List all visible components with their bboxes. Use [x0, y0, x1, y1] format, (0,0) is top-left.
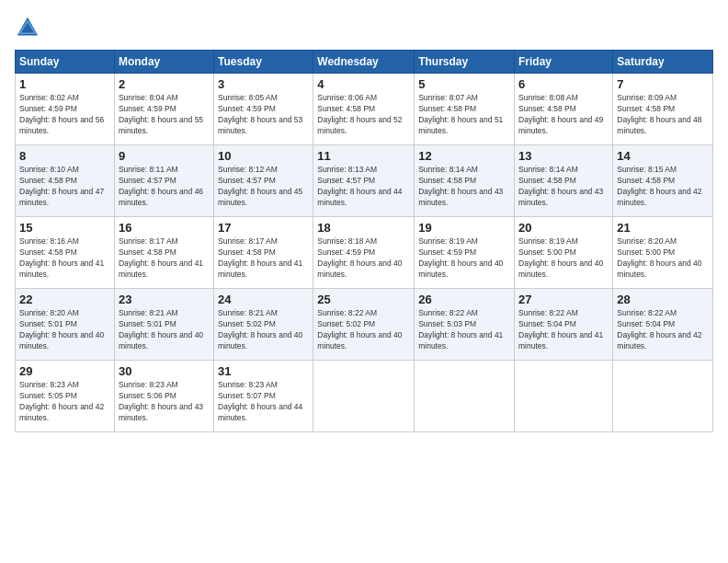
day-number: 22: [19, 293, 110, 306]
day-info: Sunrise: 8:16 AM Sunset: 4:58 PM Dayligh…: [19, 236, 110, 281]
calendar-cell: 30 Sunrise: 8:23 AM Sunset: 5:06 PM Dayl…: [114, 361, 213, 432]
calendar-cell: 25 Sunrise: 8:22 AM Sunset: 5:02 PM Dayl…: [313, 289, 415, 361]
calendar-cell: 17 Sunrise: 8:17 AM Sunset: 4:58 PM Dayl…: [214, 217, 313, 289]
day-info: Sunrise: 8:13 AM Sunset: 4:57 PM Dayligh…: [317, 165, 410, 209]
calendar-cell: 10 Sunrise: 8:12 AM Sunset: 4:57 PM Dayl…: [214, 145, 313, 217]
day-info: Sunrise: 8:08 AM Sunset: 4:58 PM Dayligh…: [518, 93, 609, 137]
calendar-week-5: 29 Sunrise: 8:23 AM Sunset: 5:05 PM Dayl…: [16, 361, 713, 432]
weekday-header-saturday: Saturday: [613, 51, 713, 74]
calendar-cell: 7 Sunrise: 8:09 AM Sunset: 4:58 PM Dayli…: [613, 74, 713, 145]
day-number: 28: [617, 293, 709, 306]
day-info: Sunrise: 8:23 AM Sunset: 5:07 PM Dayligh…: [218, 380, 309, 424]
calendar-cell: 16 Sunrise: 8:17 AM Sunset: 4:58 PM Dayl…: [114, 217, 213, 289]
calendar-cell: 5 Sunrise: 8:07 AM Sunset: 4:58 PM Dayli…: [415, 74, 515, 145]
day-number: 12: [418, 149, 510, 163]
calendar-cell: 27 Sunrise: 8:22 AM Sunset: 5:04 PM Dayl…: [515, 289, 613, 361]
day-number: 29: [19, 364, 110, 378]
calendar-cell: 21 Sunrise: 8:20 AM Sunset: 5:00 PM Dayl…: [613, 217, 713, 289]
day-info: Sunrise: 8:17 AM Sunset: 4:58 PM Dayligh…: [218, 236, 309, 281]
day-info: Sunrise: 8:15 AM Sunset: 4:58 PM Dayligh…: [617, 165, 709, 209]
calendar-cell: 3 Sunrise: 8:05 AM Sunset: 4:59 PM Dayli…: [214, 74, 313, 145]
day-info: Sunrise: 8:22 AM Sunset: 5:04 PM Dayligh…: [617, 308, 709, 352]
calendar-table: SundayMondayTuesdayWednesdayThursdayFrid…: [15, 50, 713, 432]
day-info: Sunrise: 8:23 AM Sunset: 5:06 PM Dayligh…: [119, 380, 210, 424]
calendar-week-4: 22 Sunrise: 8:20 AM Sunset: 5:01 PM Dayl…: [16, 289, 713, 361]
calendar-cell: 15 Sunrise: 8:16 AM Sunset: 4:58 PM Dayl…: [16, 217, 115, 289]
day-info: Sunrise: 8:19 AM Sunset: 5:00 PM Dayligh…: [518, 236, 609, 281]
day-number: 21: [617, 221, 709, 235]
day-number: 8: [19, 149, 110, 163]
day-info: Sunrise: 8:21 AM Sunset: 5:02 PM Dayligh…: [218, 308, 309, 352]
logo-icon: [15, 15, 40, 40]
day-number: 14: [617, 149, 709, 163]
calendar-cell: [613, 361, 713, 432]
calendar-cell: 11 Sunrise: 8:13 AM Sunset: 4:57 PM Dayl…: [313, 145, 415, 217]
header: [15, 15, 713, 40]
calendar-cell: 6 Sunrise: 8:08 AM Sunset: 4:58 PM Dayli…: [515, 74, 613, 145]
day-info: Sunrise: 8:19 AM Sunset: 4:59 PM Dayligh…: [418, 236, 510, 281]
calendar-cell: 4 Sunrise: 8:06 AM Sunset: 4:58 PM Dayli…: [313, 74, 415, 145]
day-number: 26: [418, 293, 510, 306]
day-number: 1: [19, 77, 110, 91]
day-number: 20: [518, 221, 609, 235]
calendar-cell: 28 Sunrise: 8:22 AM Sunset: 5:04 PM Dayl…: [613, 289, 713, 361]
day-info: Sunrise: 8:23 AM Sunset: 5:05 PM Dayligh…: [19, 380, 110, 424]
calendar-cell: 26 Sunrise: 8:22 AM Sunset: 5:03 PM Dayl…: [415, 289, 515, 361]
calendar-cell: 13 Sunrise: 8:14 AM Sunset: 4:58 PM Dayl…: [515, 145, 613, 217]
day-info: Sunrise: 8:11 AM Sunset: 4:57 PM Dayligh…: [119, 165, 210, 209]
day-info: Sunrise: 8:06 AM Sunset: 4:58 PM Dayligh…: [317, 93, 410, 137]
calendar-cell: 23 Sunrise: 8:21 AM Sunset: 5:01 PM Dayl…: [114, 289, 213, 361]
day-number: 23: [119, 293, 210, 306]
weekday-header-wednesday: Wednesday: [313, 51, 415, 74]
day-info: Sunrise: 8:22 AM Sunset: 5:04 PM Dayligh…: [518, 308, 609, 352]
day-number: 17: [218, 221, 309, 235]
day-number: 6: [518, 77, 609, 91]
day-info: Sunrise: 8:14 AM Sunset: 4:58 PM Dayligh…: [518, 165, 609, 209]
calendar-cell: [415, 361, 515, 432]
calendar-cell: 24 Sunrise: 8:21 AM Sunset: 5:02 PM Dayl…: [214, 289, 313, 361]
day-number: 3: [218, 77, 309, 91]
day-number: 30: [119, 364, 210, 378]
day-number: 7: [617, 77, 709, 91]
calendar-week-2: 8 Sunrise: 8:10 AM Sunset: 4:58 PM Dayli…: [16, 145, 713, 217]
calendar-cell: [515, 361, 613, 432]
calendar-week-3: 15 Sunrise: 8:16 AM Sunset: 4:58 PM Dayl…: [16, 217, 713, 289]
weekday-header-tuesday: Tuesday: [214, 51, 313, 74]
day-number: 19: [418, 221, 510, 235]
calendar-cell: [313, 361, 415, 432]
day-info: Sunrise: 8:22 AM Sunset: 5:02 PM Dayligh…: [317, 308, 410, 352]
day-number: 11: [317, 149, 410, 163]
day-info: Sunrise: 8:20 AM Sunset: 5:00 PM Dayligh…: [617, 236, 709, 281]
calendar-cell: 20 Sunrise: 8:19 AM Sunset: 5:00 PM Dayl…: [515, 217, 613, 289]
day-number: 4: [317, 77, 410, 91]
day-number: 10: [218, 149, 309, 163]
day-number: 13: [518, 149, 609, 163]
day-info: Sunrise: 8:04 AM Sunset: 4:59 PM Dayligh…: [119, 93, 210, 137]
day-info: Sunrise: 8:07 AM Sunset: 4:58 PM Dayligh…: [418, 93, 510, 137]
day-info: Sunrise: 8:02 AM Sunset: 4:59 PM Dayligh…: [19, 93, 110, 137]
weekday-header-sunday: Sunday: [16, 51, 115, 74]
day-info: Sunrise: 8:17 AM Sunset: 4:58 PM Dayligh…: [119, 236, 210, 281]
calendar-header-row: SundayMondayTuesdayWednesdayThursdayFrid…: [16, 51, 713, 74]
calendar-cell: 18 Sunrise: 8:18 AM Sunset: 4:59 PM Dayl…: [313, 217, 415, 289]
day-info: Sunrise: 8:20 AM Sunset: 5:01 PM Dayligh…: [19, 308, 110, 352]
day-info: Sunrise: 8:18 AM Sunset: 4:59 PM Dayligh…: [317, 236, 410, 281]
weekday-header-friday: Friday: [515, 51, 613, 74]
calendar-cell: 22 Sunrise: 8:20 AM Sunset: 5:01 PM Dayl…: [16, 289, 115, 361]
day-number: 18: [317, 221, 410, 235]
calendar-week-1: 1 Sunrise: 8:02 AM Sunset: 4:59 PM Dayli…: [16, 74, 713, 145]
day-info: Sunrise: 8:12 AM Sunset: 4:57 PM Dayligh…: [218, 165, 309, 209]
day-number: 2: [119, 77, 210, 91]
day-info: Sunrise: 8:05 AM Sunset: 4:59 PM Dayligh…: [218, 93, 309, 137]
day-info: Sunrise: 8:14 AM Sunset: 4:58 PM Dayligh…: [418, 165, 510, 209]
day-number: 31: [218, 364, 309, 378]
weekday-header-thursday: Thursday: [415, 51, 515, 74]
day-info: Sunrise: 8:22 AM Sunset: 5:03 PM Dayligh…: [418, 308, 510, 352]
day-info: Sunrise: 8:09 AM Sunset: 4:58 PM Dayligh…: [617, 93, 709, 137]
weekday-header-monday: Monday: [114, 51, 213, 74]
day-number: 9: [119, 149, 210, 163]
day-number: 24: [218, 293, 309, 306]
logo: [15, 15, 44, 40]
page: SundayMondayTuesdayWednesdayThursdayFrid…: [0, 0, 728, 563]
day-info: Sunrise: 8:21 AM Sunset: 5:01 PM Dayligh…: [119, 308, 210, 352]
